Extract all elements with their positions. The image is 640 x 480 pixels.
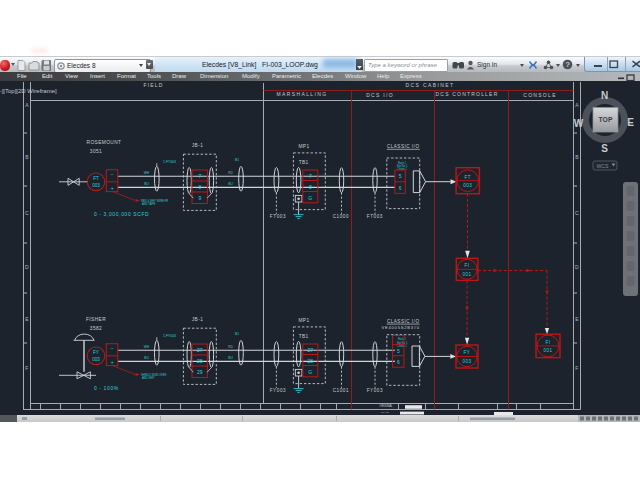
svg-text:C1000: C1000 xyxy=(333,214,350,219)
svg-text:BU: BU xyxy=(228,356,233,360)
svg-text:?: ? xyxy=(565,60,569,69)
svg-text:1-FY003: 1-FY003 xyxy=(163,334,176,338)
svg-text:CLASSIC I/O: CLASSIC I/O xyxy=(387,319,420,324)
svg-text:FT003: FT003 xyxy=(270,214,286,219)
svg-text:JB-1: JB-1 xyxy=(192,317,203,322)
svg-text:1-FT003: 1-FT003 xyxy=(163,160,176,164)
svg-text:−: − xyxy=(111,171,114,177)
svg-text:N: N xyxy=(601,90,608,101)
svg-text:27: 27 xyxy=(308,347,314,353)
svg-text:CLASSIC I/O: CLASSIC I/O xyxy=(387,144,420,149)
svg-text:TB1: TB1 xyxy=(299,334,309,339)
svg-text:3582: 3582 xyxy=(90,326,102,331)
svg-text:ROSEMOUNT: ROSEMOUNT xyxy=(87,140,122,145)
svg-text:B1: B1 xyxy=(235,158,239,162)
svg-text:6: 6 xyxy=(397,359,400,365)
svg-text:7: 7 xyxy=(198,173,201,179)
svg-text:28: 28 xyxy=(197,358,203,364)
svg-text:ORIGINAL: ORIGINAL xyxy=(379,404,393,408)
svg-text:8: 8 xyxy=(198,184,201,190)
svg-text:28: 28 xyxy=(308,358,314,364)
svg-text:G: G xyxy=(308,369,312,375)
svg-text:AND WHT: AND WHT xyxy=(142,376,155,380)
svg-text:WH: WH xyxy=(144,171,150,175)
svg-text:RD: RD xyxy=(228,171,233,175)
svg-text:A: A xyxy=(25,102,29,108)
svg-text:D: D xyxy=(25,264,29,270)
svg-text:DCS I/O: DCS I/O xyxy=(366,92,394,98)
svg-text:FT: FT xyxy=(93,176,99,181)
svg-text:FISHER: FISHER xyxy=(86,317,106,322)
svg-text:DCS CABINET: DCS CABINET xyxy=(405,82,454,88)
svg-text:E: E xyxy=(575,316,579,322)
svg-text:S: S xyxy=(601,143,608,154)
svg-text:8: 8 xyxy=(309,184,312,190)
svg-text:CONSOLE: CONSOLE xyxy=(523,92,557,98)
svg-text:0 - 100%: 0 - 100% xyxy=(94,385,119,391)
svg-text:WH: WH xyxy=(144,345,150,349)
svg-text:0 - 3,000,000 SCFD: 0 - 3,000,000 SCFD xyxy=(94,211,149,217)
svg-text:C1001: C1001 xyxy=(333,388,350,393)
svg-text:RD: RD xyxy=(228,345,233,349)
svg-text:W: W xyxy=(574,118,584,129)
svg-text:27: 27 xyxy=(197,347,203,353)
svg-text:B: B xyxy=(575,154,579,160)
svg-text:29: 29 xyxy=(197,369,203,375)
svg-text:SCALE: SCALE xyxy=(381,411,389,414)
svg-text:003: 003 xyxy=(92,183,100,188)
svg-text:003: 003 xyxy=(462,359,471,364)
svg-text:7: 7 xyxy=(309,173,312,179)
svg-text:E: E xyxy=(25,316,29,322)
svg-text:+: + xyxy=(111,359,114,365)
svg-text:5: 5 xyxy=(399,173,402,179)
svg-text:FI: FI xyxy=(465,263,470,268)
svg-text:DCS CONTROLLER: DCS CONTROLLER xyxy=(436,91,499,97)
svg-text:FI: FI xyxy=(545,340,550,345)
svg-text:FT003: FT003 xyxy=(367,214,383,219)
svg-text:F: F xyxy=(575,365,578,371)
svg-text:E: E xyxy=(627,117,634,128)
svg-text:VE4005S2B3#0: VE4005S2B3#0 xyxy=(382,325,420,330)
svg-text:MP1: MP1 xyxy=(298,318,309,323)
svg-text:BU: BU xyxy=(144,356,149,360)
svg-text:BU: BU xyxy=(144,182,149,186)
svg-text:JB-1: JB-1 xyxy=(192,143,203,148)
svg-text:9: 9 xyxy=(198,195,201,201)
svg-text:D: D xyxy=(575,264,579,270)
svg-text:A: A xyxy=(575,102,579,108)
svg-text:FY003: FY003 xyxy=(270,388,287,393)
svg-text:FT: FT xyxy=(464,175,471,180)
svg-text:FIELD: FIELD xyxy=(143,82,163,88)
svg-text:FY: FY xyxy=(93,350,99,355)
svg-text:B1: B1 xyxy=(235,332,239,336)
svg-text:TB1: TB1 xyxy=(299,160,309,165)
svg-text:F: F xyxy=(25,365,28,371)
svg-text:C: C xyxy=(25,210,29,216)
svg-text:WCS: WCS xyxy=(596,163,609,169)
svg-text:5: 5 xyxy=(397,348,400,354)
svg-text:BU: BU xyxy=(228,182,233,186)
svg-text:6: 6 xyxy=(399,185,402,191)
svg-text:MP1: MP1 xyxy=(298,144,309,149)
svg-text:003: 003 xyxy=(463,183,472,188)
svg-text:AND TAPE: AND TAPE xyxy=(142,202,155,206)
svg-text:G: G xyxy=(308,195,312,201)
svg-text:003: 003 xyxy=(92,357,100,362)
svg-text:001: 001 xyxy=(463,272,472,277)
svg-text:B: B xyxy=(25,154,29,160)
svg-text:−: − xyxy=(111,345,114,351)
svg-text:001: 001 xyxy=(543,348,552,353)
svg-text:C: C xyxy=(575,210,579,216)
svg-text:3051: 3051 xyxy=(90,149,102,154)
svg-text:FY: FY xyxy=(464,350,471,355)
svg-text:MARSHALLING: MARSHALLING xyxy=(276,91,327,97)
svg-text:+: + xyxy=(111,185,114,191)
svg-text:FY003: FY003 xyxy=(367,388,384,393)
svg-text:TOP: TOP xyxy=(599,116,613,123)
svg-text:[-][Top][2D Wireframe]: [-][Top][2D Wireframe] xyxy=(0,88,57,94)
